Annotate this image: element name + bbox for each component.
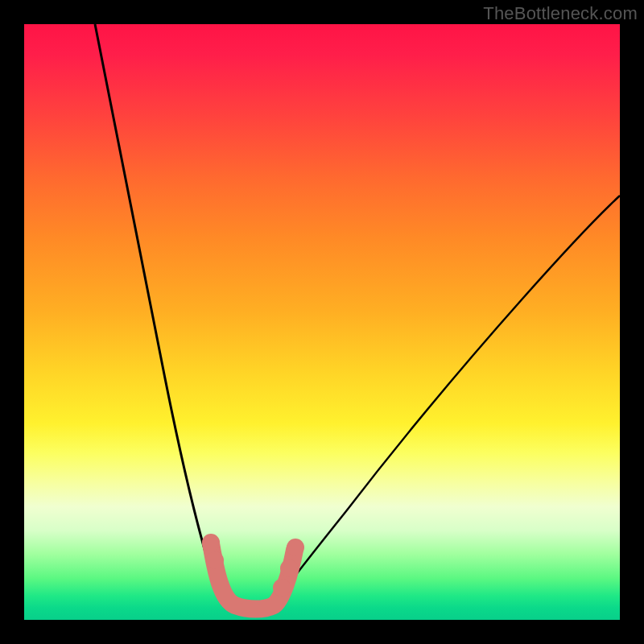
plot-area [24, 24, 620, 620]
marker-dot [206, 551, 224, 569]
watermark-text: TheBottleneck.com [483, 3, 638, 24]
curve-layer [24, 24, 620, 620]
marker-dot [287, 539, 304, 556]
left-curve [95, 24, 225, 604]
right-curve [274, 196, 620, 604]
marker-dot [280, 559, 298, 577]
marker-dot [273, 579, 291, 597]
marker-dot [202, 534, 220, 551]
bottom-salmon-curve [211, 543, 295, 609]
chart-frame: TheBottleneck.com [0, 0, 644, 644]
